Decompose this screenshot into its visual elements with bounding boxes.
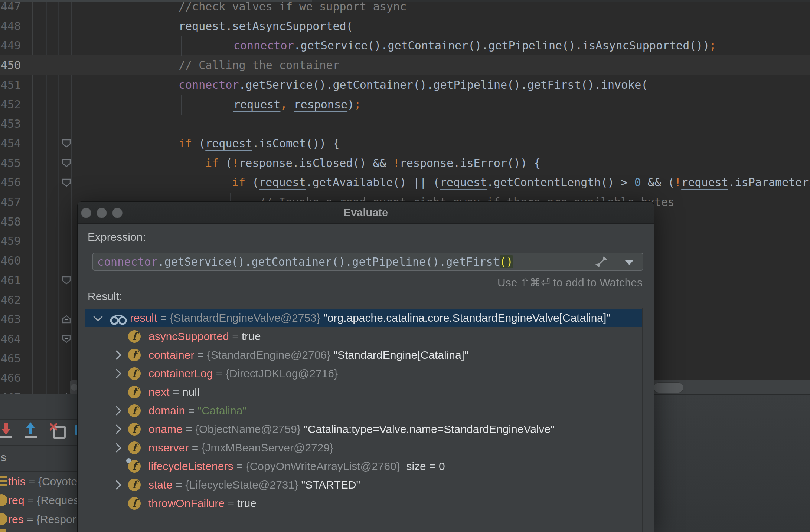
line-number[interactable]: 460 <box>0 251 21 270</box>
fold-marker-down-icon[interactable] <box>61 275 72 285</box>
code-text[interactable]: // Calling the container <box>179 55 339 75</box>
text-segment: asyncSupported <box>148 330 229 342</box>
text-segment: request <box>259 176 306 189</box>
chevron-right-icon[interactable] <box>112 424 121 434</box>
chevron-right-icon[interactable] <box>112 480 121 489</box>
line-number[interactable]: 456 <box>0 173 21 192</box>
variable-row-req[interactable]: req = {Reques <box>0 491 77 510</box>
tree-row-asyncSupported[interactable]: fasyncSupported = true <box>85 327 642 346</box>
code-line-455[interactable]: 455if (!response.isClosed() && !response… <box>0 153 810 173</box>
fold-marker-down-icon[interactable] <box>61 158 72 168</box>
variable-value-icon <box>0 494 7 506</box>
tree-row-result[interactable]: result = {StandardEngineValve@2753} "org… <box>85 309 642 327</box>
horizontal-scrollbar[interactable] <box>654 380 810 395</box>
drop-frame-button[interactable] <box>49 422 64 441</box>
text-segment: connector <box>97 255 158 268</box>
expand-icon[interactable] <box>595 256 608 268</box>
line-number[interactable]: 452 <box>0 95 21 114</box>
code-text[interactable]: if (request.isComet()) { <box>179 134 340 153</box>
result-tree[interactable]: result = {StandardEngineValve@2753} "org… <box>85 308 643 532</box>
chevron-right-icon[interactable] <box>112 443 121 452</box>
chevron-right-icon[interactable] <box>112 406 121 415</box>
text-segment: result <box>130 312 157 324</box>
line-number[interactable]: 451 <box>0 75 21 95</box>
field-icon: f <box>128 404 141 417</box>
line-number[interactable]: 453 <box>0 114 21 134</box>
code-text[interactable]: //check valves if we support async <box>179 0 406 16</box>
text-segment: = <box>24 513 36 525</box>
chevron-down-icon[interactable] <box>93 312 102 321</box>
line-number[interactable]: 454 <box>0 134 21 153</box>
line-number[interactable]: 450 <box>0 55 21 75</box>
fold-marker-down-minus-icon[interactable] <box>61 334 72 344</box>
expression-text[interactable]: connector.getService().getContainer().ge… <box>97 253 513 270</box>
line-number[interactable]: 457 <box>0 192 21 212</box>
tree-row-state[interactable]: fstate = {LifecycleState@2731} "STARTED" <box>85 476 642 494</box>
clipped-toolbar-icon[interactable] <box>75 425 77 435</box>
expression-label: Expression: <box>88 231 146 243</box>
line-number[interactable]: 458 <box>0 212 21 231</box>
indent-guide <box>181 95 182 115</box>
code-text[interactable]: if (request.getAvailable() || (request.g… <box>232 173 810 192</box>
history-dropdown-arrow[interactable] <box>625 260 634 265</box>
text-segment: "STARTED" <box>301 479 360 491</box>
code-text[interactable]: request, response); <box>233 95 361 114</box>
tree-row-throwOnFailure[interactable]: fthrowOnFailure = true <box>85 494 642 513</box>
variable-value-icon <box>0 513 7 525</box>
dialog-titlebar[interactable]: Evaluate <box>78 202 654 224</box>
tree-row-containerLog[interactable]: fcontainerLog = {DirectJDKLog@2716} <box>85 364 642 383</box>
fold-marker-up-minus-icon[interactable] <box>61 315 72 324</box>
fold-marker-down-icon[interactable] <box>61 178 72 187</box>
ide-screen: 447//check valves if we support async448… <box>0 0 810 532</box>
expression-input[interactable]: connector.getService().getContainer().ge… <box>92 253 643 271</box>
line-number[interactable]: 462 <box>0 290 21 310</box>
tree-row-mserver[interactable]: fmserver = {JmxMBeanServer@2729} <box>85 439 642 457</box>
text-segment: = <box>233 460 246 472</box>
chevron-right-icon[interactable] <box>112 350 121 359</box>
line-number[interactable]: 461 <box>0 270 21 290</box>
line-number[interactable]: 455 <box>0 153 21 173</box>
text-segment <box>287 98 294 111</box>
tree-row-text: lifecycleListeners = {CopyOnWriteArrayLi… <box>148 457 445 476</box>
variable-row-this[interactable]: this = {Coyote <box>0 472 77 491</box>
code-line-449[interactable]: 449connector.getService().getContainer()… <box>0 36 810 55</box>
line-number[interactable]: 464 <box>0 329 21 349</box>
code-text[interactable]: connector.getService().getContainer().ge… <box>233 36 716 55</box>
code-line-450[interactable]: 450// Calling the container <box>0 55 810 75</box>
field-separator <box>618 254 618 269</box>
tree-row-container[interactable]: fcontainer = {StandardEngine@2706} "Stan… <box>85 346 642 364</box>
force-step-into-button[interactable] <box>0 422 15 441</box>
code-line-454[interactable]: 454if (request.isComet()) { <box>0 134 810 153</box>
code-line-451[interactable]: 451connector.getService().getContainer()… <box>0 75 810 95</box>
tree-row-domain[interactable]: fdomain = "Catalina" <box>85 401 642 420</box>
code-line-456[interactable]: 456if (request.getAvailable() || (reques… <box>0 173 810 192</box>
line-number[interactable]: 459 <box>0 231 21 251</box>
chevron-right-icon[interactable] <box>112 369 121 378</box>
line-number[interactable]: 463 <box>0 309 21 329</box>
line-number[interactable]: 467 <box>0 388 21 394</box>
separator <box>0 445 77 446</box>
line-number[interactable]: 466 <box>0 368 21 388</box>
code-text[interactable]: connector.getService().getContainer().ge… <box>179 75 648 95</box>
code-line-453[interactable]: 453 <box>0 114 810 134</box>
code-line-448[interactable]: 448request.setAsyncSupported( <box>0 16 810 36</box>
code-text[interactable]: if (!response.isClosed() && !response.is… <box>205 153 540 173</box>
line-number[interactable]: 449 <box>0 36 21 55</box>
text-segment: .setAsyncSupported( <box>225 20 353 33</box>
text-segment: connector <box>233 39 294 52</box>
step-out-button[interactable] <box>25 422 39 441</box>
fold-marker-down-icon[interactable] <box>61 138 72 148</box>
variable-row-res[interactable]: res = {Respor <box>0 510 77 529</box>
line-number[interactable]: 447 <box>0 0 21 16</box>
tree-row-lifecycleListeners[interactable]: flifecycleListeners = {CopyOnWriteArrayL… <box>85 457 642 476</box>
tree-row-oname[interactable]: foname = {ObjectName@2759} "Catalina:typ… <box>85 420 642 439</box>
field-icon: f <box>128 330 141 343</box>
scrollbar-thumb[interactable] <box>654 382 683 393</box>
tree-row-next[interactable]: fnext = null <box>85 383 642 401</box>
code-text[interactable]: request.setAsyncSupported( <box>179 16 353 36</box>
line-number[interactable]: 465 <box>0 349 21 368</box>
code-line-447[interactable]: 447//check valves if we support async <box>0 0 810 16</box>
code-line-452[interactable]: 452request, response); <box>0 95 810 114</box>
variable-text: this = {Coyote <box>8 472 77 491</box>
line-number[interactable]: 448 <box>0 16 21 36</box>
